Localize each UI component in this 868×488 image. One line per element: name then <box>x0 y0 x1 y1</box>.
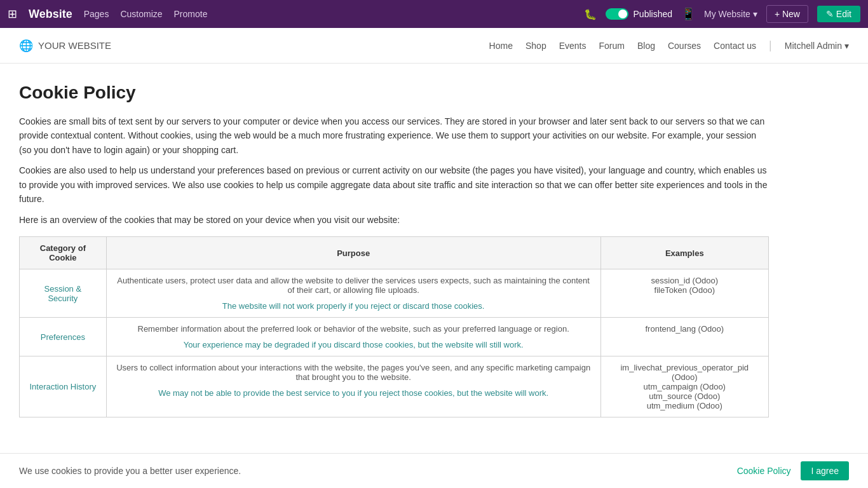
purpose-main: Users to collect information about your … <box>116 363 590 382</box>
example-item: utm_medium (Odoo) <box>610 401 759 410</box>
intro-paragraph-1: Cookies are small bits of text sent by o… <box>19 114 769 157</box>
table-cell-category: Interaction History <box>20 356 107 417</box>
site-logo: 🌐 YOUR WEBSITE <box>19 39 111 53</box>
menu-divider: | <box>769 39 772 52</box>
table-header-row: Category of Cookie Purpose Examples <box>20 237 769 269</box>
cookie-table: Category of Cookie Purpose Examples Sess… <box>19 236 769 417</box>
chevron-down-icon: ▾ <box>753 9 757 19</box>
my-website-label: My Website <box>704 9 750 19</box>
nav-customize[interactable]: Customize <box>120 9 162 19</box>
example-item: utm_source (Odoo) <box>610 391 759 401</box>
overview-text: Here is an overview of the cookies that … <box>19 215 769 225</box>
toggle-switch[interactable] <box>606 8 628 20</box>
cookie-policy-link[interactable]: Cookie Policy <box>737 466 791 468</box>
published-toggle[interactable]: Published <box>606 8 673 20</box>
example-item: im_livechat_previous_operator_pid (Odoo) <box>610 363 759 382</box>
purpose-main: Authenticate users, protect user data an… <box>117 276 590 295</box>
col-header-purpose: Purpose <box>106 237 600 269</box>
table-row: Session & SecurityAuthenticate users, pr… <box>20 269 769 318</box>
toggle-knob <box>618 10 627 18</box>
table-cell-purpose: Users to collect information about your … <box>106 356 600 417</box>
main-content: Cookie Policy Cookies are small bits of … <box>0 64 788 468</box>
col-header-examples: Examples <box>600 237 768 269</box>
my-website-dropdown[interactable]: My Website ▾ <box>704 9 757 19</box>
nav-courses[interactable]: Courses <box>668 41 701 51</box>
edit-button[interactable]: ✎ Edit <box>817 6 860 22</box>
page-title: Cookie Policy <box>19 83 769 103</box>
nav-events[interactable]: Events <box>559 41 587 51</box>
mobile-icon[interactable]: 📱 <box>681 7 695 21</box>
example-item: utm_campaign (Odoo) <box>610 382 759 391</box>
top-bar: ⊞ Website Pages Customize Promote 🐛 Publ… <box>0 0 868 28</box>
globe-icon: 🌐 <box>19 39 33 53</box>
table-cell-purpose: Authenticate users, protect user data an… <box>106 269 600 318</box>
chevron-down-icon: ▾ <box>844 41 849 51</box>
cookie-banner: We use cookies to provide you a better u… <box>0 453 868 468</box>
nav-promote[interactable]: Promote <box>174 9 208 19</box>
intro-paragraph-2: Cookies are also used to help us underst… <box>19 163 769 206</box>
top-bar-nav: Pages Customize Promote <box>84 9 208 19</box>
purpose-main: Remember information about the preferred… <box>138 324 569 334</box>
nav-contact[interactable]: Contact us <box>714 41 756 51</box>
i-agree-button[interactable]: I agree <box>801 461 849 468</box>
example-item: session_id (Odoo) <box>610 276 759 285</box>
apps-icon[interactable]: ⊞ <box>8 7 17 21</box>
example-item: frontend_lang (Odoo) <box>610 324 759 334</box>
purpose-note: We may not be able to provide the best s… <box>116 388 592 398</box>
site-logo-text: YOUR WEBSITE <box>38 40 111 51</box>
table-row: Interaction HistoryUsers to collect info… <box>20 356 769 417</box>
site-nav: 🌐 YOUR WEBSITE Home Shop Events Forum Bl… <box>0 28 868 64</box>
example-item: fileToken (Odoo) <box>610 285 759 295</box>
nav-home[interactable]: Home <box>489 41 513 51</box>
site-menu: Home Shop Events Forum Blog Courses Cont… <box>489 39 849 52</box>
top-bar-left: ⊞ Website Pages Customize Promote <box>8 7 207 21</box>
table-cell-examples: frontend_lang (Odoo) <box>600 318 768 356</box>
table-cell-purpose: Remember information about the preferred… <box>106 318 600 356</box>
nav-blog[interactable]: Blog <box>637 41 655 51</box>
top-bar-right: 🐛 Published 📱 My Website ▾ + New ✎ Edit <box>584 5 860 23</box>
nav-forum[interactable]: Forum <box>599 41 624 51</box>
table-cell-examples: im_livechat_previous_operator_pid (Odoo)… <box>600 356 768 417</box>
purpose-note: Your experience may be degraded if you d… <box>116 340 592 349</box>
table-cell-category: Preferences <box>20 318 107 356</box>
nav-shop[interactable]: Shop <box>526 41 546 51</box>
table-cell-examples: session_id (Odoo)fileToken (Odoo) <box>600 269 768 318</box>
admin-name: Mitchell Admin <box>785 41 842 51</box>
table-row: PreferencesRemember information about th… <box>20 318 769 356</box>
cookie-banner-actions: Cookie Policy I agree <box>737 461 849 468</box>
new-button[interactable]: + New <box>766 5 808 23</box>
admin-user-menu[interactable]: Mitchell Admin ▾ <box>785 41 849 51</box>
cookie-banner-text: We use cookies to provide you a better u… <box>19 466 241 468</box>
nav-pages[interactable]: Pages <box>84 9 109 19</box>
brand-label: Website <box>29 8 72 21</box>
bug-icon[interactable]: 🐛 <box>584 8 597 20</box>
purpose-note: The website will not work properly if yo… <box>116 301 592 311</box>
col-header-category: Category of Cookie <box>20 237 107 269</box>
published-label: Published <box>634 9 673 19</box>
table-cell-category: Session & Security <box>20 269 107 318</box>
